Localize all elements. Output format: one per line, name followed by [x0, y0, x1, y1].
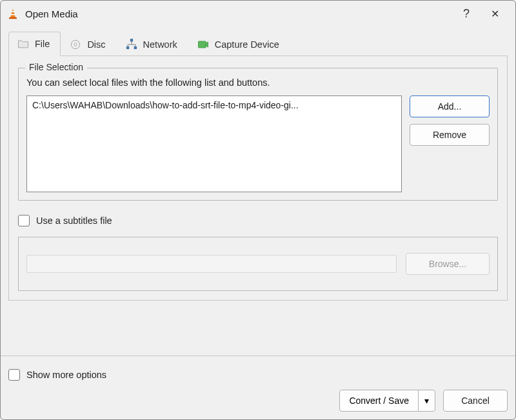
file-buttons: Add... Remove	[410, 95, 490, 146]
window-title: Open Media	[25, 8, 452, 19]
svg-rect-7	[134, 46, 136, 48]
tab-capture-label: Capture Device	[215, 39, 279, 50]
disc-icon	[69, 38, 82, 51]
folder-icon	[17, 37, 30, 50]
svg-rect-6	[126, 46, 128, 48]
file-list[interactable]: C:\Users\WAHAB\Downloads\how-to-add-srt-…	[26, 95, 402, 192]
tab-file[interactable]: File	[8, 32, 61, 56]
svg-rect-8	[198, 41, 206, 48]
convert-save-label[interactable]: Convert / Save	[340, 390, 418, 411]
tab-capture[interactable]: Capture Device	[188, 32, 290, 56]
chevron-down-icon: ▾	[424, 395, 429, 406]
vlc-cone-icon	[7, 8, 19, 19]
subtitles-path-field	[26, 255, 397, 273]
open-media-window: Open Media ? ✕ File Dis	[0, 0, 516, 420]
convert-save-button[interactable]: Convert / Save ▾	[339, 390, 435, 412]
tab-file-label: File	[35, 39, 50, 49]
close-button[interactable]: ✕	[481, 4, 509, 23]
file-selection-help: You can select local files with the foll…	[26, 77, 490, 88]
svg-rect-2	[9, 17, 17, 19]
help-button[interactable]: ?	[452, 4, 481, 23]
convert-save-dropdown[interactable]: ▾	[418, 390, 435, 411]
subtitles-group: Browse...	[18, 237, 498, 291]
file-row: C:\Users\WAHAB\Downloads\how-to-add-srt-…	[26, 95, 490, 192]
show-more-label: Show more options	[26, 370, 106, 380]
svg-rect-5	[130, 39, 132, 41]
dialog-body: File Disc	[1, 25, 515, 355]
svg-rect-0	[12, 11, 15, 12]
tab-network-label: Network	[143, 39, 177, 50]
add-button[interactable]: Add...	[410, 95, 490, 117]
subtitles-check-row[interactable]: Use a subtitles file	[18, 215, 498, 226]
remove-button[interactable]: Remove	[410, 124, 490, 146]
tab-disc[interactable]: Disc	[61, 32, 116, 56]
footer-buttons: Convert / Save ▾ Cancel	[8, 390, 508, 412]
cancel-button[interactable]: Cancel	[443, 390, 508, 412]
show-more-row[interactable]: Show more options	[8, 369, 508, 381]
tabbar: File Disc	[8, 29, 508, 56]
svg-point-4	[74, 43, 77, 46]
tab-network[interactable]: Network	[117, 32, 188, 56]
file-selection-legend: File Selection	[25, 62, 87, 72]
show-more-checkbox[interactable]	[8, 369, 20, 381]
footer: Show more options Convert / Save ▾ Cance…	[1, 355, 515, 419]
network-icon	[125, 38, 138, 51]
tab-disc-label: Disc	[87, 39, 105, 50]
titlebar: Open Media ? ✕	[1, 1, 515, 25]
file-list-item[interactable]: C:\Users\WAHAB\Downloads\how-to-add-srt-…	[32, 100, 299, 110]
file-selection-group: File Selection You can select local file…	[18, 68, 498, 201]
browse-subtitles-button: Browse...	[406, 253, 490, 275]
subtitles-checkbox[interactable]	[18, 215, 30, 226]
svg-rect-1	[11, 14, 15, 15]
subtitles-checkbox-label: Use a subtitles file	[36, 215, 112, 226]
tab-panel-file: File Selection You can select local file…	[8, 56, 508, 301]
capture-device-icon	[197, 38, 210, 51]
